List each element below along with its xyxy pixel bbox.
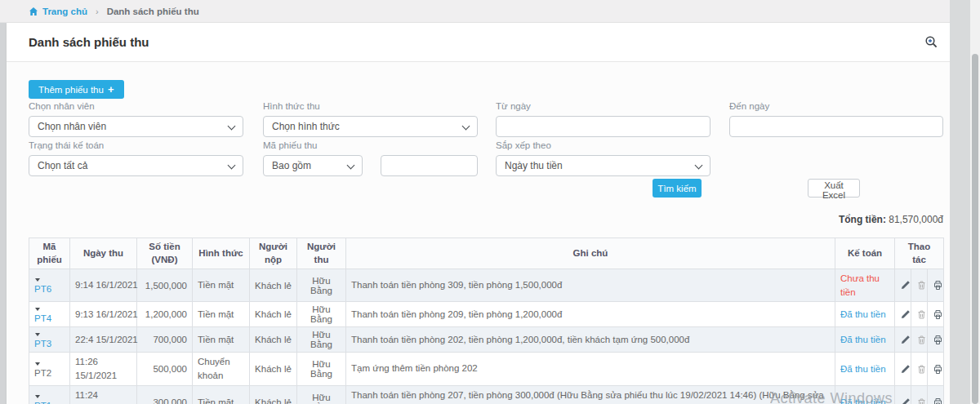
panel-header: Danh sách phiếu thu [7,23,950,62]
header-method: Hình thức [193,238,250,269]
pencil-icon [900,364,911,375]
cell-amount: 1,200,000 [137,302,193,327]
pencil-icon [900,280,911,291]
method-select-value: Chọn hình thức [272,121,340,132]
cell-method: Tiền mặt [193,269,250,302]
receipt-code-operator-select[interactable]: Bao gồm [263,155,363,176]
cell-note: Thanh toán tiền phòng 309, tiền phòng 1,… [346,269,835,302]
receipt-code-link[interactable]: PT1 [34,401,51,404]
accounting-status-link[interactable]: Đã thu tiền [840,397,886,404]
printer-icon [933,335,943,345]
add-receipt-button[interactable]: Thêm phiếu thu + [29,80,124,99]
breadcrumb-home-link[interactable]: Trang chủ [29,7,87,16]
cell-method: Tiền mặt [193,302,250,327]
row-expand-caret-icon[interactable] [35,308,40,311]
cell-date: 22:4 15/1/2021 [70,327,137,353]
receipt-code-operator-value: Bao gồm [272,160,311,171]
cell-note: Thanh toán tiền phòng 207, tiền phòng 30… [346,385,835,404]
receipt-code-input[interactable] [381,155,478,176]
receipt-code-label: Mã phiếu thu [263,140,478,152]
sort-by-label: Sắp xếp theo [496,140,710,152]
cell-receiver: Hữu Bằng [297,327,346,353]
table-row: PT4 9:13 16/1/2021 1,200,000 Tiền mặt Kh… [29,302,944,327]
print-button[interactable] [928,327,944,353]
cell-receiver: Hữu Bằng [297,353,346,385]
trash-icon [916,309,927,320]
cell-method: Tiền mặt [193,385,250,404]
header-accounting: Kế toán [835,238,895,269]
print-button[interactable] [928,385,944,404]
add-receipt-label: Thêm phiếu thu [38,85,104,95]
receipt-code-text: PT2 [34,368,51,378]
cell-method: Tiền mặt [193,327,250,353]
delete-button[interactable] [911,327,928,353]
cell-date: 9:13 16/1/2021 [70,302,137,327]
header-amount: Số tiền (VNĐ) [137,238,193,269]
method-select[interactable]: Chọn hình thức [263,116,478,137]
delete-button[interactable] [911,385,928,404]
to-date-label: Đến ngày [729,101,943,113]
zoom-in-icon[interactable] [924,35,938,49]
table-row: PT3 22:4 15/1/2021 700,000 Tiền mặt Khác… [29,327,944,353]
from-date-input[interactable] [496,116,710,137]
export-excel-button[interactable]: Xuất Excel [808,179,860,198]
cell-note: Thanh toán tiền phòng 209, tiền phòng 1,… [346,302,835,327]
delete-button[interactable] [911,269,928,302]
cell-date: 9:14 16/1/2021 [70,269,137,302]
printer-icon [933,280,943,291]
search-button[interactable]: Tìm kiếm [653,179,702,198]
total-amount: Tổng tiền: 81,570,000đ [578,214,943,225]
employee-select-value: Chọn nhân viên [38,121,106,132]
sort-by-select[interactable]: Ngày thu tiền [496,155,710,176]
cell-date: 11:24 15/1/2021 [70,385,137,404]
main-panel: Danh sách phiếu thu Thêm phiếu thu + Chọ… [7,23,950,404]
row-expand-caret-icon[interactable] [35,362,40,366]
print-button[interactable] [928,302,944,327]
table-row: PT2 11:26 15/1/2021 500,000 Chuyển khoản… [29,353,944,385]
edit-button[interactable] [895,327,911,353]
delete-button[interactable] [911,302,928,327]
employee-select[interactable]: Chọn nhân viên [29,116,243,137]
panel-body: Thêm phiếu thu + Chọn nhân viên Chọn nhâ… [7,62,950,404]
breadcrumb-home-label: Trang chủ [42,7,87,16]
row-expand-caret-icon[interactable] [35,333,40,336]
chevron-down-icon [695,162,703,170]
cell-method: Chuyển khoản [193,353,250,385]
chevron-down-icon [462,122,470,131]
delete-button[interactable] [911,353,928,385]
cell-receiver: Hữu Bằng [297,269,346,302]
home-icon [29,7,38,16]
chevron-down-icon [228,162,236,170]
accounting-status-link[interactable]: Đã thu tiền [840,335,886,344]
cell-date: 11:26 15/1/2021 [70,353,137,385]
receipt-code-link[interactable]: PT4 [34,313,51,323]
print-button[interactable] [928,353,944,385]
chevron-down-icon [228,122,236,131]
trash-icon [916,364,927,375]
edit-button[interactable] [895,385,911,404]
cell-amount: 700,000 [137,327,193,353]
cell-note: Tạm ứng thêm tiền phòng 202 [346,353,835,385]
cell-payer: Khách lẻ [250,385,297,404]
total-amount-value: 81,570,000đ [889,214,943,225]
accounting-status-link[interactable]: Chưa thu tiền [840,273,880,297]
print-button[interactable] [928,269,944,302]
edit-button[interactable] [895,302,911,327]
row-expand-caret-icon[interactable] [35,278,40,282]
receipt-code-link[interactable]: PT6 [34,284,51,294]
chevron-down-icon [347,162,355,170]
accounting-status-link[interactable]: Đã thu tiền [840,364,886,374]
cell-payer: Khách lẻ [250,353,297,385]
accounting-status-label: Trạng thái kế toán [29,140,243,152]
edit-button[interactable] [895,353,911,385]
receipt-code-link[interactable]: PT3 [34,339,51,349]
header-actions: Thao tác [895,238,944,269]
edit-button[interactable] [895,269,911,302]
header-note: Ghi chú [346,238,835,269]
row-expand-caret-icon[interactable] [35,395,40,398]
header-code: Mã phiếu [29,238,70,269]
scrollbar-thumb[interactable] [972,54,978,404]
to-date-input[interactable] [729,116,943,137]
accounting-status-select[interactable]: Chọn tất cả [29,155,243,176]
accounting-status-link[interactable]: Đã thu tiền [840,309,886,319]
